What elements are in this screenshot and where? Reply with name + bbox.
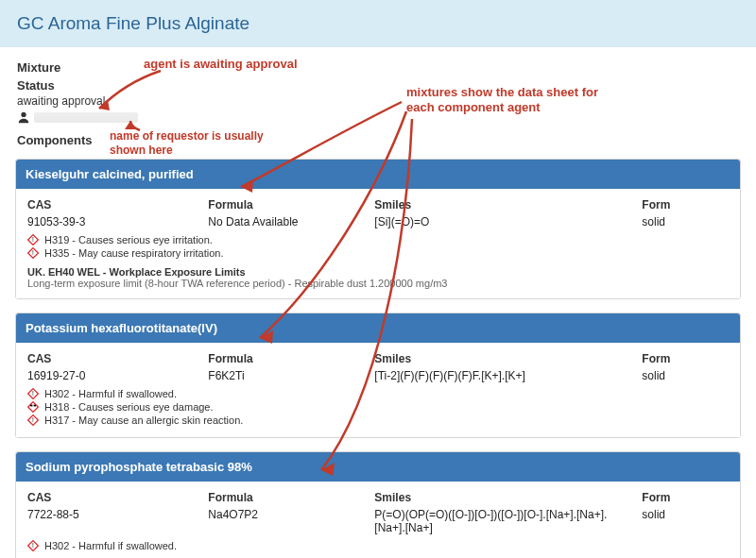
page: GC Aroma Fine Plus Alginate Mixture Stat… xyxy=(0,0,756,558)
hazard-item: ! H335 - May cause respiratory irritatio… xyxy=(27,247,729,259)
svg-marker-7 xyxy=(28,402,39,413)
form-label: Form xyxy=(642,198,729,211)
hazard-text: H319 - Causes serious eye irritation. xyxy=(44,234,213,245)
smiles-label: Smiles xyxy=(374,491,634,504)
component-body: CAS 91053-39-3 Formula No Data Available… xyxy=(16,189,740,298)
hazard-text: H317 - May cause an allergic skin reacti… xyxy=(44,414,243,426)
info-block: Mixture Status awaiting approval xyxy=(0,47,756,124)
exposure-title: UK. EH40 WEL - Workplace Exposure Limits xyxy=(27,266,729,278)
svg-rect-8 xyxy=(30,405,32,407)
svg-text:!: ! xyxy=(32,390,34,397)
form-value: solid xyxy=(642,508,729,521)
component-card: Kieselguhr calcined, purified CAS 91053-… xyxy=(15,159,741,299)
hazard-item: H318 - Causes serious eye damage. xyxy=(27,401,729,413)
hazard-text: H335 - May cause respiratory irritation. xyxy=(44,247,224,259)
svg-text:!: ! xyxy=(32,542,34,549)
formula-label: Formula xyxy=(208,198,367,211)
form-value: solid xyxy=(642,369,729,382)
form-value: solid xyxy=(642,215,729,228)
hazards-list: ! H319 - Causes serious eye irritation. … xyxy=(27,234,729,259)
cas-value: 16919-27-0 xyxy=(27,369,200,382)
hazards-list: ! H302 - Harmful if swallowed. H318 - Ca… xyxy=(27,388,729,426)
exposure-block: UK. EH40 WEL - Workplace Exposure Limits… xyxy=(27,266,729,289)
hazard-item: ! H317 - May cause an allergic skin reac… xyxy=(27,414,729,426)
exposure-text: Long-term exposure limit (8-hour TWA ref… xyxy=(27,278,729,289)
component-body: CAS 7722-88-5 Formula Na4O7P2 Smiles P(=… xyxy=(16,482,740,558)
requestor-name-censored xyxy=(34,112,138,123)
svg-text:!: ! xyxy=(32,416,34,423)
ghs-exclamation-icon: ! xyxy=(27,388,39,399)
svg-text:!: ! xyxy=(32,249,34,256)
page-header: GC Aroma Fine Plus Alginate xyxy=(0,0,756,47)
ghs-exclamation-icon: ! xyxy=(27,414,39,426)
component-data-row: CAS 16919-27-0 Formula F6K2Ti Smiles [Ti… xyxy=(27,352,729,382)
ghs-exclamation-icon: ! xyxy=(27,540,39,551)
cas-label: CAS xyxy=(27,491,200,504)
svg-rect-9 xyxy=(34,405,36,407)
ghs-exclamation-icon: ! xyxy=(27,247,39,259)
mixture-label: Mixture xyxy=(17,60,739,75)
form-label: Form xyxy=(642,352,729,365)
smiles-value: P(=O)(OP(=O)([O-])[O-])([O-])[O-].[Na+].… xyxy=(374,508,634,534)
hazard-item: ! H319 - Causes serious eye irritation. xyxy=(27,234,729,245)
component-data-row: CAS 7722-88-5 Formula Na4O7P2 Smiles P(=… xyxy=(27,491,729,534)
formula-label: Formula xyxy=(208,352,367,365)
hazard-text: H302 - Harmful if swallowed. xyxy=(44,540,177,551)
formula-value: F6K2Ti xyxy=(208,369,367,382)
component-data-row: CAS 91053-39-3 Formula No Data Available… xyxy=(27,198,729,228)
status-label: Status xyxy=(17,78,739,93)
cas-label: CAS xyxy=(27,352,200,365)
cas-value: 91053-39-3 xyxy=(27,215,200,228)
user-icon xyxy=(17,110,30,124)
smiles-value: [Ti-2](F)(F)(F)(F)(F)F.[K+].[K+] xyxy=(374,369,634,382)
component-name: Sodium pyrophosphate tetrabasic 98% xyxy=(16,452,740,482)
svg-point-0 xyxy=(21,112,26,117)
hazard-text: H318 - Causes serious eye damage. xyxy=(44,401,214,413)
requestor-line xyxy=(17,110,739,124)
component-name: Kieselguhr calcined, purified xyxy=(16,160,740,189)
status-value: awaiting approval xyxy=(17,94,739,108)
formula-value: Na4O7P2 xyxy=(208,508,367,521)
hazard-text: H302 - Harmful if swallowed. xyxy=(44,388,177,399)
smiles-label: Smiles xyxy=(374,198,634,211)
hazard-item: ! H302 - Harmful if swallowed. xyxy=(27,540,729,551)
formula-label: Formula xyxy=(208,491,367,504)
page-title: GC Aroma Fine Plus Alginate xyxy=(17,13,739,34)
component-body: CAS 16919-27-0 Formula F6K2Ti Smiles [Ti… xyxy=(16,343,740,437)
cas-value: 7722-88-5 xyxy=(27,508,200,521)
ghs-exclamation-icon: ! xyxy=(27,234,39,245)
hazard-item: ! H302 - Harmful if swallowed. xyxy=(27,388,729,399)
hazards-list: ! H302 - Harmful if swallowed. xyxy=(27,540,729,551)
components-label: Components xyxy=(0,124,756,153)
cas-label: CAS xyxy=(27,198,200,211)
formula-value: No Data Available xyxy=(208,215,367,228)
smiles-label: Smiles xyxy=(374,352,634,365)
ghs-corrosion-icon xyxy=(27,401,39,413)
component-card: Sodium pyrophosphate tetrabasic 98% CAS … xyxy=(15,451,741,558)
form-label: Form xyxy=(642,491,729,504)
component-card: Potassium hexafluorotitanate(IV) CAS 169… xyxy=(15,313,741,438)
component-name: Potassium hexafluorotitanate(IV) xyxy=(16,313,740,343)
smiles-value: [Si](=O)=O xyxy=(374,215,634,228)
svg-text:!: ! xyxy=(32,236,34,243)
